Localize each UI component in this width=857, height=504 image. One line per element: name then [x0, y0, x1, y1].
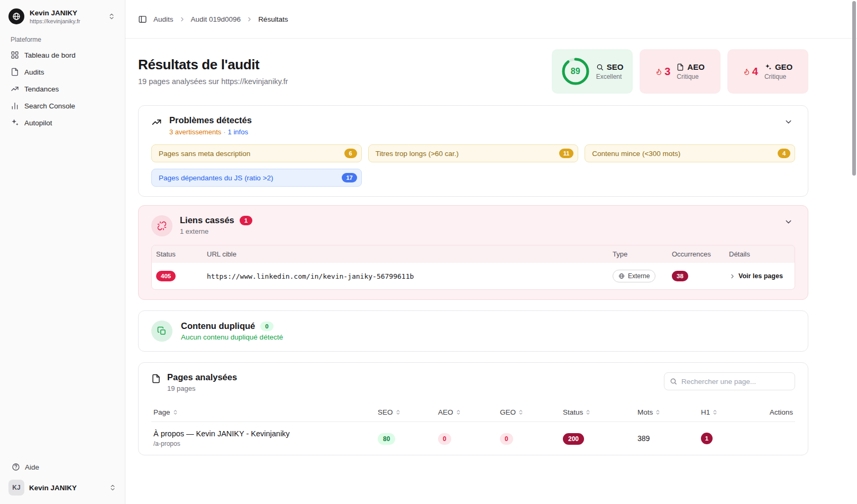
breadcrumb: Audits Audit 019d0096 Résultats: [153, 15, 288, 23]
col-header-h1[interactable]: H1: [699, 403, 760, 421]
score-card-aeo: 3 AEO Critique: [640, 49, 721, 94]
help-button[interactable]: Aide: [6, 459, 118, 475]
issue-label: Titres trop longs (>60 car.): [376, 150, 459, 158]
page-subtitle: 19 pages analysées sur https://kevinjani…: [138, 77, 288, 86]
search-icon: [670, 378, 677, 385]
broken-links-subtitle: 1 externe: [180, 227, 252, 235]
chevron-right-icon: [179, 16, 186, 23]
row-actions: [760, 431, 795, 446]
col-header-page[interactable]: Page: [151, 403, 376, 421]
pages-subtitle: 19 pages: [167, 384, 237, 392]
chevron-right-icon: [246, 16, 253, 23]
page-path: /a-propos: [153, 440, 373, 447]
seo-label: SEO: [607, 62, 624, 71]
page-cell: À propos — Kevin JANIKY - Kevinjaniky /a…: [151, 422, 376, 455]
score-cards: 89 SEO Excellent: [552, 49, 808, 94]
globe-icon: [618, 273, 625, 279]
sidebar-section-label: Plateforme: [11, 36, 114, 43]
col-occurrences: Occurrences: [668, 245, 725, 263]
col-header-mots[interactable]: Mots: [635, 403, 699, 421]
sidebar-item-audits[interactable]: Audits: [6, 63, 118, 80]
issue-pill-titres-longs[interactable]: Titres trop longs (>60 car.) 11: [368, 144, 579, 162]
sparkles-icon: [764, 63, 772, 71]
duplicate-title: Contenu dupliqué: [181, 321, 255, 331]
breadcrumb-audits[interactable]: Audits: [153, 15, 174, 23]
aeo-score-value: 3: [664, 66, 670, 78]
collapse-issues-button[interactable]: [782, 115, 795, 129]
issue-pill-meta-description[interactable]: Pages sans meta description 6: [151, 144, 362, 162]
help-circle-icon: [12, 463, 20, 471]
sparkles-icon: [11, 118, 19, 127]
sidebar-toggle-icon[interactable]: [138, 15, 147, 24]
col-header-geo[interactable]: GEO: [498, 403, 561, 421]
col-header-status[interactable]: Status: [561, 403, 635, 421]
chevron-up-down-icon: [108, 13, 115, 20]
scrollbar-thumb[interactable]: [852, 1, 856, 176]
sidebar-item-label: Search Console: [24, 102, 75, 110]
view-pages-label: Voir les pages: [739, 272, 783, 280]
topbar: Audits Audit 019d0096 Résultats: [125, 0, 857, 39]
issue-label: Pages dépendantes du JS (ratio >2): [159, 174, 273, 182]
broken-links-table-header: Status URL cible Type Occurrences Détail…: [152, 245, 795, 263]
broken-link-row: 405 https://www.linkedin.com/in/kevin-ja…: [152, 263, 795, 289]
aeo-status: Critique: [677, 73, 705, 80]
breadcrumb-audit-id[interactable]: Audit 019d0096: [191, 15, 241, 23]
col-url: URL cible: [203, 245, 608, 263]
breadcrumb-current: Résultats: [258, 15, 288, 23]
col-header-aeo[interactable]: AEO: [436, 403, 498, 421]
grid-icon: [11, 51, 19, 59]
copy-icon: [151, 320, 172, 342]
sidebar-item-autopilot[interactable]: Autopilot: [6, 114, 118, 131]
issues-title: Problèmes détectés: [169, 115, 252, 125]
user-menu[interactable]: KJ Kevin JANIKY: [6, 475, 118, 497]
col-header-seo[interactable]: SEO: [376, 403, 436, 421]
link-type-badge: Externe: [613, 270, 655, 282]
file-icon: [11, 68, 19, 76]
collapse-broken-links-button[interactable]: [782, 215, 795, 228]
issue-pill-contenu-mince[interactable]: Contenu mince (<300 mots) 4: [585, 144, 795, 162]
issue-count-badge: 6: [344, 149, 357, 158]
sidebar-item-search-console[interactable]: Search Console: [6, 97, 118, 114]
content: Résultats de l'audit 19 pages analysées …: [125, 39, 857, 504]
word-count: 389: [635, 427, 699, 450]
broken-links-title: Liens cassés: [180, 215, 234, 225]
broken-link-url: https://www.linkedin.com/in/kevin-janiky…: [203, 265, 608, 287]
sidebar-item-tableau-de-bord[interactable]: Tableau de bord: [6, 47, 118, 63]
score-card-seo: 89 SEO Excellent: [552, 49, 633, 94]
view-pages-link[interactable]: Voir les pages: [725, 265, 795, 287]
duplicate-badge: 0: [260, 322, 273, 331]
page-row[interactable]: À propos — Kevin JANIKY - Kevinjaniky /a…: [151, 422, 795, 455]
sidebar-item-label: Tendances: [24, 85, 59, 93]
issue-pills: Pages sans meta description 6 Titres tro…: [151, 144, 795, 187]
sidebar-item-tendances[interactable]: Tendances: [6, 80, 118, 97]
page-search: [664, 372, 795, 390]
pages-card: Pages analysées 19 pages Page: [138, 362, 808, 455]
col-status: Status: [152, 245, 203, 263]
avatar: KJ: [8, 480, 24, 496]
broken-links-card: Liens cassés 1 1 externe Status URL cibl…: [138, 205, 808, 300]
seo-score-ring: 89: [561, 57, 590, 86]
search-icon: [596, 63, 604, 71]
issue-label: Pages sans meta description: [159, 150, 250, 158]
issues-card: Problèmes détectés 3 avertissements·1 in…: [138, 105, 808, 197]
issue-count-badge: 17: [342, 173, 357, 182]
broken-links-table: Status URL cible Type Occurrences Détail…: [151, 245, 795, 290]
sort-icon: [455, 409, 461, 415]
aeo-badge: 0: [438, 433, 451, 445]
issue-pill-js-dependant[interactable]: Pages dépendantes du JS (ratio >2) 17: [151, 169, 362, 187]
warnings-count: 3 avertissements: [169, 128, 221, 136]
pages-title: Pages analysées: [167, 372, 237, 382]
search-input[interactable]: [681, 378, 789, 386]
pages-table-header: Page SEO AEO GEO: [151, 403, 795, 422]
sort-icon: [518, 409, 524, 415]
chevron-up-down-icon: [109, 484, 116, 491]
main-area: Audits Audit 019d0096 Résultats Résultat…: [125, 0, 857, 504]
seo-badge: 80: [378, 433, 395, 445]
workspace-switcher[interactable]: Kevin JANIKY https://kevinjaniky.fr: [6, 5, 118, 31]
broken-links-badge: 1: [240, 216, 252, 225]
sort-icon: [712, 409, 718, 415]
link-type-label: Externe: [628, 272, 650, 280]
sort-icon: [172, 409, 178, 415]
page-header: Résultats de l'audit 19 pages analysées …: [138, 49, 808, 95]
separator: ·: [223, 128, 225, 136]
